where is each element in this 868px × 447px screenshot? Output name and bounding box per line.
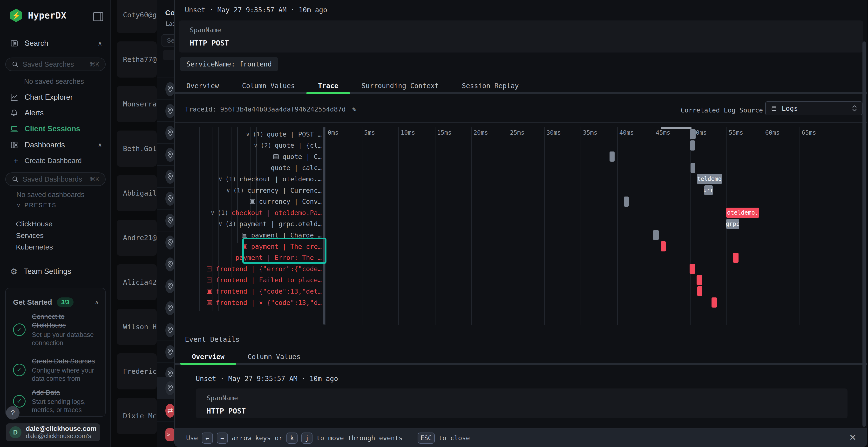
session-event-row[interactable]: [157, 341, 174, 363]
session-event-row[interactable]: [157, 297, 174, 319]
trace-tree-row[interactable]: quote | C…: [184, 152, 322, 161]
trace-tree-row[interactable]: frontend | × {"code":13,"d…: [184, 298, 322, 307]
tab-trace[interactable]: Trace: [306, 79, 350, 92]
tab-overview[interactable]: Overview: [180, 350, 236, 363]
session-card[interactable]: Andre21@: [117, 220, 157, 256]
chevron-up-icon[interactable]: ∧: [98, 141, 102, 149]
chevron-up-icon[interactable]: ∧: [98, 40, 102, 47]
panel-scrollbar[interactable]: [863, 41, 866, 427]
span-duration-bar[interactable]: oteldemo.: [726, 208, 760, 218]
span-duration-bar[interactable]: [690, 163, 695, 173]
trace-tree-row[interactable]: ∨(1)checkout | oteldemo.…: [184, 174, 322, 184]
trace-tree-row[interactable]: frontend | {"error":{"code…: [184, 264, 322, 274]
preset-link-clickhouse[interactable]: ClickHouse: [16, 220, 53, 228]
tab-overview[interactable]: Overview: [175, 79, 230, 92]
session-event-row[interactable]: [157, 187, 174, 209]
saved-dashboards-input[interactable]: Saved Dashboards ⌘K: [5, 172, 105, 186]
session-search-input[interactable]: Se: [161, 34, 174, 46]
log-source-select[interactable]: Logs: [765, 101, 863, 115]
log-event-marker[interactable]: [653, 230, 659, 240]
session-event-row[interactable]: [157, 231, 174, 253]
tree-scrollbar[interactable]: [323, 127, 325, 325]
sidebar-item-client-sessions[interactable]: Client Sessions: [0, 121, 111, 137]
log-event-marker[interactable]: [661, 241, 666, 251]
chevron-down-icon[interactable]: ∨: [226, 187, 230, 194]
sidebar-item-alerts[interactable]: Alerts: [0, 105, 111, 121]
service-name-chip[interactable]: ServiceName: frontend: [180, 57, 278, 71]
help-button[interactable]: ?: [6, 406, 20, 419]
chevron-up-icon[interactable]: ∧: [94, 299, 99, 306]
trace-tree-row[interactable]: ∨(3)payment | grpc.oteld…: [184, 219, 322, 229]
chevron-down-icon[interactable]: ∨: [218, 220, 222, 227]
sidebar-item-search[interactable]: Search ∧: [0, 36, 111, 51]
tab-column-values[interactable]: Column Values: [236, 350, 312, 363]
span-duration-bar[interactable]: grpc: [726, 219, 739, 229]
session-card[interactable]: Dixie_Mc: [117, 398, 157, 434]
tab-column-values[interactable]: Column Values: [230, 79, 306, 92]
preset-link-services[interactable]: Services: [16, 232, 44, 240]
session-event-row[interactable]: [157, 209, 174, 232]
tab-surrounding-context[interactable]: Surrounding Context: [350, 79, 450, 92]
get-started-item[interactable]: ✓Add DataStart sending logs, metrics, or…: [13, 388, 99, 414]
session-event-row[interactable]: [157, 377, 174, 399]
session-card[interactable]: Retha77@: [117, 41, 157, 77]
tab-session-replay[interactable]: Session Replay: [451, 79, 530, 92]
key-k[interactable]: k: [286, 433, 298, 444]
log-event-marker[interactable]: [610, 151, 615, 162]
trace-tree-row[interactable]: ∨(1)currency | Currenc…: [184, 185, 322, 195]
close-icon[interactable]: ✕: [849, 433, 857, 443]
session-event-row[interactable]: [157, 319, 174, 341]
user-menu[interactable]: D dale@clickhouse.com dale@clickhouse.co…: [6, 423, 100, 441]
session-event-row[interactable]: [157, 275, 174, 297]
chevron-down-icon[interactable]: ∨: [218, 176, 222, 182]
log-event-marker[interactable]: [712, 298, 717, 308]
session-event-row[interactable]: >_: [157, 421, 174, 447]
session-event-row[interactable]: [157, 100, 174, 122]
key-arrow-right[interactable]: →: [217, 433, 228, 444]
chevron-down-icon[interactable]: ∨: [211, 209, 214, 216]
span-duration-bar[interactable]: [690, 140, 695, 150]
session-event-row[interactable]: [157, 165, 174, 187]
session-event-row[interactable]: [157, 253, 174, 275]
session-event-row[interactable]: [157, 122, 174, 144]
sidebar-item-dashboards[interactable]: Dashboards∧: [0, 137, 111, 153]
trace-tree-row[interactable]: ∨(1)quote | POST …: [184, 129, 322, 139]
session-card[interactable]: Monserra: [117, 86, 157, 122]
trace-tree-row[interactable]: quote | calc…: [184, 163, 322, 173]
preset-link-kubernetes[interactable]: Kubernetes: [16, 243, 53, 251]
log-event-marker[interactable]: [696, 275, 702, 285]
log-event-marker[interactable]: [624, 197, 629, 207]
session-card[interactable]: Frederic: [117, 353, 157, 389]
edit-icon[interactable]: ✎: [352, 105, 356, 113]
trace-tree-row[interactable]: ∨(1)checkout | oteldemo.Pa…: [184, 208, 322, 217]
presets-toggle[interactable]: ∨ PRESETS: [17, 202, 57, 209]
span-duration-bar[interactable]: Curre: [704, 185, 713, 195]
session-event-row[interactable]: ⇄: [157, 399, 174, 422]
brand[interactable]: ⚡ HyperDX: [10, 9, 66, 22]
session-card[interactable]: Wilson_H: [117, 309, 157, 345]
saved-searches-input[interactable]: Saved Searches ⌘K: [5, 58, 105, 71]
span-duration-bar[interactable]: [733, 253, 739, 263]
span-duration-bar[interactable]: oteldemo.: [697, 174, 722, 184]
trace-tree-row[interactable]: frontend | {"code":13,"det…: [184, 286, 322, 296]
sidebar-item-team-settings[interactable]: ⚙ Team Settings: [0, 264, 111, 279]
key-j[interactable]: j: [301, 433, 312, 444]
session-card[interactable]: Abbigail: [117, 175, 157, 211]
session-card[interactable]: Alicia42: [117, 264, 157, 300]
key-esc[interactable]: ESC: [417, 433, 435, 444]
sidebar-collapse-icon[interactable]: [93, 12, 103, 21]
trace-tree-row[interactable]: currency | Conv…: [184, 197, 322, 206]
session-card[interactable]: Coty60@g: [117, 0, 157, 33]
session-event-row[interactable]: [157, 143, 174, 166]
key-arrow-left[interactable]: ←: [202, 433, 213, 444]
trace-tree-row[interactable]: frontend | Failed to place…: [184, 275, 322, 285]
session-event-row[interactable]: [157, 77, 174, 100]
log-event-marker[interactable]: [689, 264, 695, 274]
session-card[interactable]: Beth.Gol: [117, 131, 157, 167]
log-event-marker[interactable]: [697, 286, 702, 296]
span-duration-bar[interactable]: [690, 129, 695, 139]
session-rail-button[interactable]: [163, 50, 174, 60]
get-started-item[interactable]: ✓Connect to ClickHouseSet up your databa…: [13, 312, 99, 347]
sidebar-item-chart-explorer[interactable]: Chart Explorer: [0, 90, 111, 105]
chevron-down-icon[interactable]: ∨: [246, 131, 250, 138]
